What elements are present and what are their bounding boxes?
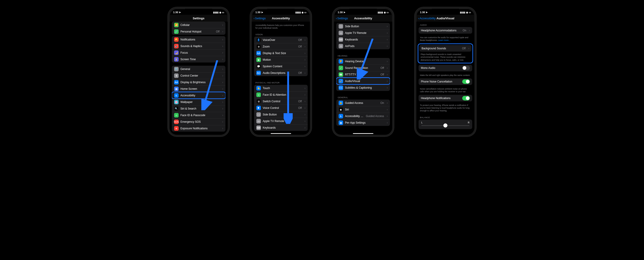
content-scroll[interactable]: 📶Cellular›🔗Personal HotspotOff› 🔔Notific… [170,22,228,135]
footer-mono-audio: Make the left and right speakers play th… [416,73,474,78]
apple-tv-remote-icon: ▭ [338,31,343,35]
learn-more-link[interactable]: Learn more… [438,39,450,41]
row-control-center[interactable]: 🎚Control Center› [172,72,226,79]
touch-icon: 👆 [256,86,261,90]
back-button[interactable]: ‹Settings [254,16,266,20]
guided-access-icon: 🔒 [338,101,343,105]
chevron-right-icon: › [222,38,223,41]
side-button-icon: ▢ [338,24,343,29]
chevron-right-icon: › [468,47,469,50]
row-voiceover[interactable]: 👤VoiceOverOff› [254,36,308,43]
row-label: Focus [180,51,220,54]
row-audio-descriptions[interactable]: ADAudio DescriptionsOff› [254,70,308,76]
chevron-right-icon: › [304,38,306,42]
content-scroll[interactable]: Audio Headphone Accommodations On › You … [416,22,474,135]
row-switch-control[interactable]: ⊞Switch ControlOff› [254,98,308,104]
content-scroll[interactable]: Accessibility features help you customiz… [252,22,310,135]
chevron-right-icon: › [222,74,223,77]
row-side-button[interactable]: ▢Side Button› [254,111,308,118]
chevron-right-icon: › [304,100,306,103]
audio-visual-icon: 🔊 [338,79,343,84]
section-balance: Balance [416,114,474,120]
chevron-right-icon: › [387,121,388,124]
content-scroll[interactable]: ▢Side Button›▭Apple TV Remote›⌨Keyboards… [334,22,392,135]
group-mono-audio: Mono Audio [418,65,472,71]
row-mono-audio[interactable]: Mono Audio [418,65,472,71]
row-rtt-tty[interactable]: ☎RTT/TTYOff› [336,71,390,78]
row-zoom[interactable]: ⊕ZoomOff› [254,43,308,50]
group-notifications: 🔔Notifications›🔊Sounds & Haptics›🌙Focus›… [172,36,226,62]
display-text-size-icon: AA [256,51,261,56]
signal-icon: ▮▮▮▮ [460,11,466,14]
row-value: Off [298,100,302,103]
row-face-id-attention[interactable]: ☺Face ID & Attention› [254,91,308,98]
row-subtitles-captioning[interactable]: CCSubtitles & Captioning› [336,84,390,91]
location-icon: ➤ [261,11,263,14]
row-label: Hearing Devices [345,60,384,63]
row-sounds-haptics[interactable]: 🔊Sounds & Haptics› [172,43,226,49]
row-label: Sound Recognition [345,66,378,70]
row-general[interactable]: ⚙️General› [172,66,226,72]
row-accessibility[interactable]: ♿︎Accessibility› [172,92,226,99]
row-focus[interactable]: 🌙Focus› [172,49,226,56]
row-keyboards[interactable]: ⌨Keyboards› [336,36,390,43]
row-voice-control[interactable]: 🗣Voice ControlOff› [254,104,308,111]
row-hearing-devices[interactable]: 👂Hearing Devices› [336,58,390,64]
highlight-background-sounds: Background Sounds Off › Plays background… [418,44,473,63]
row-airpods[interactable]: ⊙AirPods› [336,43,390,49]
row-value: Off [216,30,220,33]
phone-noise-cancellation-toggle[interactable] [462,79,470,84]
status-time: 1:30 [173,11,178,14]
row-touch[interactable]: 👆Touch› [254,85,308,91]
balance-slider[interactable] [421,125,470,126]
row-exposure-notifications[interactable]: ☣Exposure Notifications› [172,125,226,132]
row-side-button[interactable]: ▢Side Button› [336,23,390,30]
section-general: General [334,94,392,100]
row-display-brightness[interactable]: AADisplay & Brightness› [172,79,226,86]
row-label: Apple TV Remote [263,120,302,123]
row-notifications[interactable]: 🔔Notifications› [172,36,226,43]
row-label: Accessibility Shortcut [345,114,364,118]
row-headphone-notifications[interactable]: Headphone Notifications [418,95,472,101]
row-siri[interactable]: ◉Siri› [336,106,390,113]
row-background-sounds[interactable]: Background Sounds Off › [419,45,472,52]
group-headphone-notifications: Headphone Notifications [418,95,472,101]
row-personal-hotspot[interactable]: 🔗Personal HotspotOff› [172,28,226,35]
row-wallpaper[interactable]: 🌸Wallpaper› [172,99,226,105]
row-screen-time[interactable]: ⏳Screen Time› [172,56,226,62]
row-display-text-size[interactable]: AADisplay & Text Size› [254,50,308,56]
wifi-icon: ◉ [384,11,386,14]
row-cellular[interactable]: 📶Cellular› [172,22,226,28]
row-label: Sounds & Haptics [180,44,220,48]
balance-slider-thumb[interactable] [443,124,448,128]
notch [267,9,294,14]
section-hearing: Hearing [334,52,392,58]
home-indicator[interactable] [353,133,373,134]
row-audio-visual[interactable]: 🔊Audio/Visual› [336,78,390,84]
home-indicator[interactable] [271,133,291,134]
chevron-right-icon: › [304,58,306,61]
row-accessibility-shortcut[interactable]: ♿︎Accessibility ShortcutGuided Access› [336,113,390,119]
row-motion[interactable]: ◉Motion› [254,56,308,63]
chevron-left-icon: ‹ [254,16,254,20]
row-keyboards[interactable]: ⌨Keyboards› [254,124,308,131]
row-home-screen[interactable]: ▦Home Screen› [172,86,226,92]
row-guided-access[interactable]: 🔒Guided AccessOn› [336,100,390,106]
mono-audio-toggle[interactable] [462,66,470,70]
row-per-app-settings[interactable]: ▦Per-App Settings› [336,119,390,126]
row-sound-recognition[interactable]: ✓Sound RecognitionOff› [336,64,390,71]
back-button[interactable]: ‹Accessibility [418,16,436,20]
row-siri-search[interactable]: 🔍Siri & Search› [172,105,226,112]
row-face-id-passcode[interactable]: ☺Face ID & Passcode› [172,112,226,118]
back-button[interactable]: ‹Settings [336,16,348,20]
accessibility-shortcut-icon: ♿︎ [338,114,343,118]
row-headphone-accommodations[interactable]: Headphone Accommodations On › [418,27,472,34]
chevron-right-icon: › [387,66,388,70]
chevron-right-icon: › [387,44,388,48]
row-phone-noise-cancellation[interactable]: Phone Noise Cancellation [418,78,472,85]
row-spoken-content[interactable]: 💬Spoken Content› [254,63,308,70]
headphone-notifications-toggle[interactable] [462,96,470,100]
row-emergency-sos[interactable]: SOSEmergency SOS› [172,118,226,125]
row-apple-tv-remote[interactable]: ▭Apple TV Remote› [254,118,308,124]
row-apple-tv-remote[interactable]: ▭Apple TV Remote› [336,30,390,36]
